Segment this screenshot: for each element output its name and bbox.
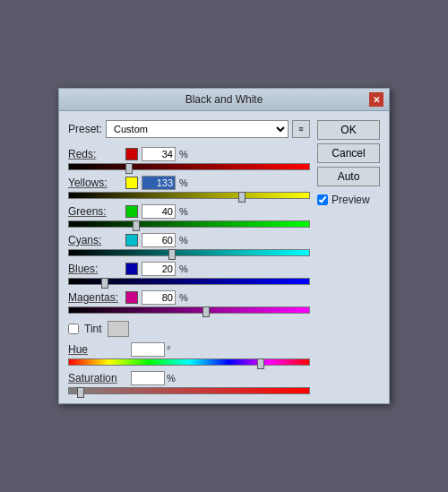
- slider-input-2[interactable]: [142, 204, 176, 219]
- slider-input-3[interactable]: [142, 233, 176, 247]
- sliders-container: Reds:%Yellows:%Greens:%Cyans:%Blues:%Mag…: [68, 147, 310, 314]
- color-swatch-2: [125, 205, 138, 218]
- dialog-title: Black and White: [79, 93, 369, 106]
- pct-label-5: %: [179, 292, 188, 303]
- hue-track[interactable]: [68, 358, 310, 366]
- saturation-row: Saturation %: [68, 371, 310, 385]
- slider-thumb-4[interactable]: [101, 278, 108, 289]
- pct-label-1: %: [179, 177, 188, 188]
- preview-checkbox[interactable]: [317, 194, 328, 205]
- slider-input-0[interactable]: [142, 147, 176, 161]
- slider-thumb-1[interactable]: [238, 192, 246, 203]
- dialog-content: Preset: Custom ≡ Reds:%Yellows:%Greens:%…: [59, 111, 389, 403]
- preview-row: Preview: [317, 194, 380, 206]
- color-swatch-4: [125, 263, 138, 275]
- slider-track-3[interactable]: [68, 249, 310, 256]
- saturation-track[interactable]: [68, 387, 310, 394]
- right-panel: OK Cancel Auto Preview: [317, 120, 380, 394]
- tint-swatch[interactable]: [108, 321, 129, 337]
- color-swatch-1: [125, 177, 138, 189]
- pct-label-4: %: [179, 263, 188, 274]
- slider-row-cyans: Cyans:%: [68, 233, 310, 256]
- slider-row-reds: Reds:%: [68, 147, 310, 170]
- slider-label-5: Magentas:: [68, 291, 122, 304]
- slider-track-1[interactable]: [68, 192, 310, 199]
- preset-row: Preset: Custom ≡: [68, 120, 310, 138]
- slider-row-greens: Greens:%: [68, 204, 310, 228]
- close-button[interactable]: ✕: [369, 92, 383, 107]
- slider-label-0: Reds:: [68, 148, 122, 160]
- preset-icon[interactable]: ≡: [292, 120, 310, 138]
- color-swatch-3: [125, 234, 138, 246]
- slider-row-magentas: Magentas:%: [68, 290, 310, 314]
- slider-track-5[interactable]: [68, 306, 310, 314]
- slider-row-yellows: Yellows:%: [68, 176, 310, 199]
- preset-select[interactable]: Custom: [106, 120, 289, 138]
- saturation-input[interactable]: [131, 371, 165, 385]
- hue-unit: °: [167, 344, 170, 355]
- hue-input[interactable]: [131, 342, 165, 357]
- pct-label-0: %: [179, 149, 188, 160]
- left-panel: Preset: Custom ≡ Reds:%Yellows:%Greens:%…: [68, 120, 310, 394]
- slider-thumb-5[interactable]: [202, 306, 210, 317]
- slider-input-4[interactable]: [142, 262, 176, 276]
- tint-label: Tint: [84, 323, 102, 335]
- tint-checkbox[interactable]: [68, 324, 79, 334]
- slider-input-5[interactable]: [142, 290, 176, 305]
- saturation-unit: %: [167, 373, 176, 384]
- pct-label-2: %: [179, 206, 188, 217]
- preview-label: Preview: [332, 194, 370, 206]
- hue-slider-wrapper: [68, 358, 310, 366]
- slider-track-2[interactable]: [68, 220, 310, 228]
- slider-thumb-0[interactable]: [125, 163, 133, 174]
- preset-label: Preset:: [68, 123, 102, 135]
- saturation-thumb[interactable]: [77, 387, 84, 398]
- saturation-slider-wrapper: [68, 387, 310, 394]
- auto-button[interactable]: Auto: [317, 167, 380, 186]
- slider-label-2: Greens:: [68, 205, 122, 218]
- ok-button[interactable]: OK: [317, 120, 380, 140]
- slider-track-4[interactable]: [68, 278, 310, 285]
- slider-input-1[interactable]: [142, 176, 176, 190]
- pct-label-3: %: [179, 235, 188, 246]
- slider-label-1: Yellows:: [68, 177, 122, 189]
- hue-row: Hue °: [68, 342, 310, 357]
- slider-label-3: Cyans:: [68, 234, 122, 246]
- black-and-white-dialog: Black and White ✕ Preset: Custom ≡ Reds:…: [58, 88, 390, 404]
- slider-label-4: Blues:: [68, 263, 122, 275]
- tint-row: Tint: [68, 321, 310, 337]
- hue-thumb[interactable]: [257, 358, 264, 369]
- slider-track-0[interactable]: [68, 163, 310, 170]
- color-swatch-5: [125, 291, 138, 304]
- slider-row-blues: Blues:%: [68, 262, 310, 285]
- color-swatch-0: [125, 148, 138, 160]
- cancel-button[interactable]: Cancel: [317, 143, 380, 163]
- title-bar: Black and White ✕: [59, 89, 389, 111]
- slider-thumb-3[interactable]: [168, 249, 176, 260]
- hue-label: Hue: [68, 343, 131, 356]
- saturation-label: Saturation: [68, 372, 131, 384]
- slider-thumb-2[interactable]: [133, 220, 140, 231]
